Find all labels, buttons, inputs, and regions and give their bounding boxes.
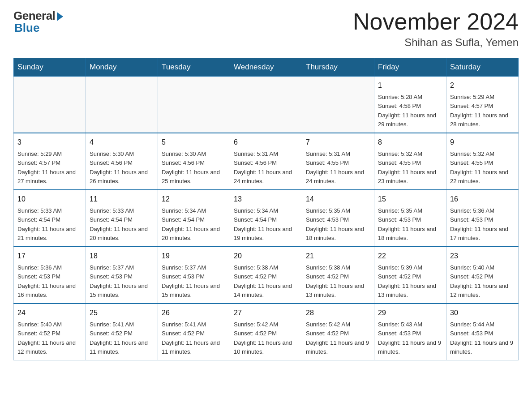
calendar-cell: 12Sunrise: 5:34 AMSunset: 4:54 PMDayligh… xyxy=(158,190,230,247)
calendar-cell: 6Sunrise: 5:31 AMSunset: 4:56 PMDaylight… xyxy=(230,133,302,190)
calendar-cell: 11Sunrise: 5:33 AMSunset: 4:54 PMDayligh… xyxy=(86,190,158,247)
calendar-cell: 2Sunrise: 5:29 AMSunset: 4:57 PMDaylight… xyxy=(446,77,519,133)
column-header-thursday: Thursday xyxy=(302,58,374,77)
logo-arrow-icon xyxy=(57,12,63,21)
column-header-monday: Monday xyxy=(86,58,158,77)
calendar-cell xyxy=(86,77,158,133)
day-info: Sunrise: 5:28 AMSunset: 4:58 PMDaylight:… xyxy=(378,94,436,128)
calendar-cell: 8Sunrise: 5:32 AMSunset: 4:55 PMDaylight… xyxy=(374,133,446,190)
calendar-week-row: 10Sunrise: 5:33 AMSunset: 4:54 PMDayligh… xyxy=(14,190,519,247)
day-number: 4 xyxy=(90,137,154,148)
calendar-cell: 20Sunrise: 5:38 AMSunset: 4:52 PMDayligh… xyxy=(230,247,302,304)
day-info: Sunrise: 5:30 AMSunset: 4:56 PMDaylight:… xyxy=(90,150,148,184)
day-info: Sunrise: 5:42 AMSunset: 4:52 PMDaylight:… xyxy=(234,321,292,355)
day-info: Sunrise: 5:40 AMSunset: 4:52 PMDaylight:… xyxy=(450,264,508,298)
title-area: November 2024 Shihan as Sufla, Yemen xyxy=(353,9,519,49)
logo-blue-text: Blue xyxy=(14,21,39,35)
page-header: General Blue November 2024 Shihan as Suf… xyxy=(13,9,519,49)
calendar-cell: 4Sunrise: 5:30 AMSunset: 4:56 PMDaylight… xyxy=(86,133,158,190)
calendar-table: SundayMondayTuesdayWednesdayThursdayFrid… xyxy=(13,58,519,360)
day-number: 30 xyxy=(450,308,515,318)
calendar-cell: 25Sunrise: 5:41 AMSunset: 4:52 PMDayligh… xyxy=(86,304,158,360)
calendar-cell: 17Sunrise: 5:36 AMSunset: 4:53 PMDayligh… xyxy=(14,247,86,304)
calendar-cell: 13Sunrise: 5:34 AMSunset: 4:54 PMDayligh… xyxy=(230,190,302,247)
day-number: 28 xyxy=(306,308,370,318)
calendar-cell: 22Sunrise: 5:39 AMSunset: 4:52 PMDayligh… xyxy=(374,247,446,304)
calendar-cell: 27Sunrise: 5:42 AMSunset: 4:52 PMDayligh… xyxy=(230,304,302,360)
day-number: 20 xyxy=(234,251,298,261)
day-number: 5 xyxy=(162,137,226,148)
column-header-sunday: Sunday xyxy=(14,58,86,77)
calendar-cell: 7Sunrise: 5:31 AMSunset: 4:55 PMDaylight… xyxy=(302,133,374,190)
day-info: Sunrise: 5:38 AMSunset: 4:52 PMDaylight:… xyxy=(234,264,292,298)
day-number: 1 xyxy=(378,80,442,91)
day-number: 16 xyxy=(450,194,515,205)
day-info: Sunrise: 5:30 AMSunset: 4:56 PMDaylight:… xyxy=(162,150,220,184)
day-info: Sunrise: 5:32 AMSunset: 4:55 PMDaylight:… xyxy=(450,150,508,184)
calendar-cell: 15Sunrise: 5:35 AMSunset: 4:53 PMDayligh… xyxy=(374,190,446,247)
location-subtitle: Shihan as Sufla, Yemen xyxy=(353,36,519,49)
day-number: 13 xyxy=(234,194,298,205)
column-header-friday: Friday xyxy=(374,58,446,77)
calendar-cell: 23Sunrise: 5:40 AMSunset: 4:52 PMDayligh… xyxy=(446,247,519,304)
calendar-week-row: 1Sunrise: 5:28 AMSunset: 4:58 PMDaylight… xyxy=(14,77,519,133)
day-number: 10 xyxy=(17,194,82,205)
day-info: Sunrise: 5:33 AMSunset: 4:54 PMDaylight:… xyxy=(90,207,148,241)
calendar-cell: 16Sunrise: 5:36 AMSunset: 4:53 PMDayligh… xyxy=(446,190,519,247)
calendar-cell: 5Sunrise: 5:30 AMSunset: 4:56 PMDaylight… xyxy=(158,133,230,190)
calendar-week-row: 24Sunrise: 5:40 AMSunset: 4:52 PMDayligh… xyxy=(14,304,519,360)
calendar-cell: 21Sunrise: 5:38 AMSunset: 4:52 PMDayligh… xyxy=(302,247,374,304)
day-number: 8 xyxy=(378,137,442,148)
day-number: 21 xyxy=(306,251,370,261)
calendar-cell: 14Sunrise: 5:35 AMSunset: 4:53 PMDayligh… xyxy=(302,190,374,247)
calendar-cell: 24Sunrise: 5:40 AMSunset: 4:52 PMDayligh… xyxy=(14,304,86,360)
day-info: Sunrise: 5:40 AMSunset: 4:52 PMDaylight:… xyxy=(17,321,76,355)
day-info: Sunrise: 5:31 AMSunset: 4:55 PMDaylight:… xyxy=(306,150,364,184)
day-number: 24 xyxy=(17,308,82,318)
day-number: 23 xyxy=(450,251,515,261)
day-number: 6 xyxy=(234,137,298,148)
calendar-cell xyxy=(14,77,86,133)
day-number: 27 xyxy=(234,308,298,318)
calendar-cell: 30Sunrise: 5:44 AMSunset: 4:53 PMDayligh… xyxy=(446,304,519,360)
day-info: Sunrise: 5:33 AMSunset: 4:54 PMDaylight:… xyxy=(17,207,76,241)
day-number: 29 xyxy=(378,308,442,318)
day-number: 14 xyxy=(306,194,370,205)
day-info: Sunrise: 5:34 AMSunset: 4:54 PMDaylight:… xyxy=(234,207,292,241)
day-info: Sunrise: 5:31 AMSunset: 4:56 PMDaylight:… xyxy=(234,150,292,184)
calendar-cell: 28Sunrise: 5:42 AMSunset: 4:52 PMDayligh… xyxy=(302,304,374,360)
calendar-cell xyxy=(230,77,302,133)
day-number: 2 xyxy=(450,80,515,91)
day-info: Sunrise: 5:36 AMSunset: 4:53 PMDaylight:… xyxy=(17,264,76,298)
month-title: November 2024 xyxy=(353,9,519,34)
day-number: 17 xyxy=(17,251,82,261)
day-info: Sunrise: 5:32 AMSunset: 4:55 PMDaylight:… xyxy=(378,150,436,184)
calendar-cell xyxy=(302,77,374,133)
day-info: Sunrise: 5:38 AMSunset: 4:52 PMDaylight:… xyxy=(306,264,364,298)
day-number: 12 xyxy=(162,194,226,205)
logo: General Blue xyxy=(13,9,63,35)
calendar-cell: 19Sunrise: 5:37 AMSunset: 4:53 PMDayligh… xyxy=(158,247,230,304)
day-number: 26 xyxy=(162,308,226,318)
calendar-week-row: 3Sunrise: 5:29 AMSunset: 4:57 PMDaylight… xyxy=(14,133,519,190)
calendar-cell: 29Sunrise: 5:43 AMSunset: 4:53 PMDayligh… xyxy=(374,304,446,360)
day-info: Sunrise: 5:36 AMSunset: 4:53 PMDaylight:… xyxy=(450,207,508,241)
day-info: Sunrise: 5:37 AMSunset: 4:53 PMDaylight:… xyxy=(90,264,148,298)
column-header-wednesday: Wednesday xyxy=(230,58,302,77)
day-number: 11 xyxy=(90,194,154,205)
day-info: Sunrise: 5:37 AMSunset: 4:53 PMDaylight:… xyxy=(162,264,220,298)
day-info: Sunrise: 5:39 AMSunset: 4:52 PMDaylight:… xyxy=(378,264,436,298)
day-number: 3 xyxy=(17,137,82,148)
calendar-cell: 1Sunrise: 5:28 AMSunset: 4:58 PMDaylight… xyxy=(374,77,446,133)
day-number: 18 xyxy=(90,251,154,261)
calendar-cell: 9Sunrise: 5:32 AMSunset: 4:55 PMDaylight… xyxy=(446,133,519,190)
calendar-week-row: 17Sunrise: 5:36 AMSunset: 4:53 PMDayligh… xyxy=(14,247,519,304)
day-number: 22 xyxy=(378,251,442,261)
column-header-tuesday: Tuesday xyxy=(158,58,230,77)
column-header-saturday: Saturday xyxy=(446,58,519,77)
day-info: Sunrise: 5:35 AMSunset: 4:53 PMDaylight:… xyxy=(306,207,364,241)
day-number: 7 xyxy=(306,137,370,148)
calendar-cell: 10Sunrise: 5:33 AMSunset: 4:54 PMDayligh… xyxy=(14,190,86,247)
day-info: Sunrise: 5:35 AMSunset: 4:53 PMDaylight:… xyxy=(378,207,436,241)
calendar-cell: 26Sunrise: 5:41 AMSunset: 4:52 PMDayligh… xyxy=(158,304,230,360)
